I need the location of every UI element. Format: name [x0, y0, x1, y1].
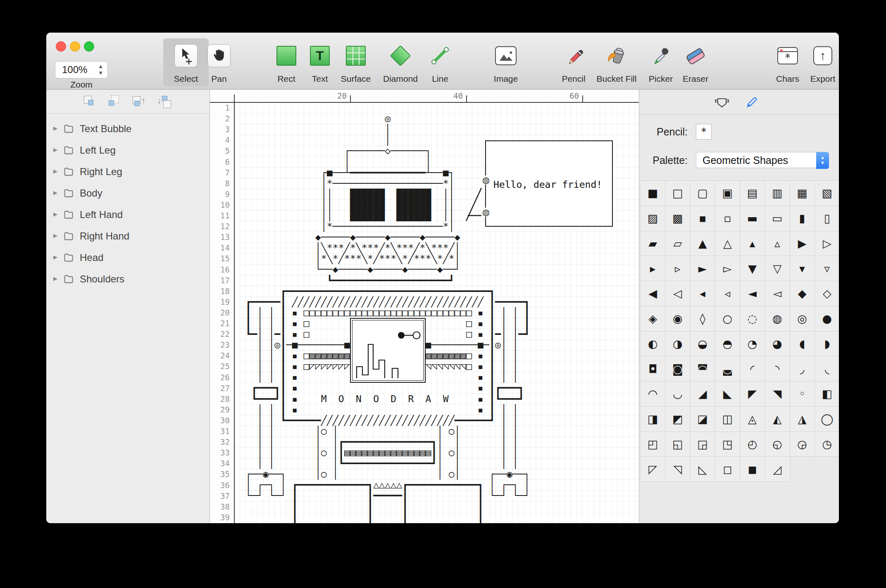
palette-glyph[interactable]: ◜: [740, 356, 765, 382]
palette-glyph[interactable]: □: [665, 181, 690, 206]
palette-glyph[interactable]: ◄: [740, 281, 765, 306]
palette-glyph[interactable]: ▲: [691, 231, 715, 256]
palette-glyph[interactable]: ▵: [765, 231, 790, 256]
palette-glyph[interactable]: ◂: [691, 281, 715, 306]
palette-glyph[interactable]: ◌: [740, 306, 765, 332]
palette-glyph[interactable]: ◻: [715, 457, 740, 482]
tool-export[interactable]: ↑Export: [800, 38, 839, 86]
palette-glyph[interactable]: ◖: [790, 332, 815, 357]
waveform-panel[interactable]: [350, 318, 426, 383]
palette-glyph[interactable]: ◳: [715, 432, 740, 457]
palette-glyph[interactable]: ◗: [815, 332, 839, 357]
disclosure-triangle-icon[interactable]: ▶: [53, 190, 57, 196]
palette-glyph[interactable]: ▴: [740, 231, 765, 256]
palette-glyph[interactable]: ▶: [790, 231, 815, 256]
palette-glyph[interactable]: ▼: [740, 256, 765, 281]
palette-glyph[interactable]: ◕: [765, 332, 790, 357]
duplicate-selection-icon[interactable]: [107, 95, 122, 109]
tab-pencil-properties[interactable]: [746, 96, 758, 108]
palette-glyph[interactable]: ▽: [765, 256, 790, 281]
palette-glyph[interactable]: ▩: [665, 206, 690, 231]
zoom-stepper-icon[interactable]: ▲▼: [98, 63, 103, 76]
tool-eraser[interactable]: Eraser: [673, 38, 718, 86]
palette-dropdown[interactable]: Geometric Shapes ▲▼: [696, 152, 829, 168]
sidebar-item-head[interactable]: ▶ Head: [46, 247, 210, 269]
palette-glyph[interactable]: ▧: [815, 181, 839, 206]
palette-glyph[interactable]: △: [715, 231, 740, 256]
palette-glyph[interactable]: ◼: [740, 457, 765, 482]
disclosure-triangle-icon[interactable]: ▶: [53, 211, 57, 217]
palette-glyph[interactable]: ▪: [691, 206, 715, 231]
palette-glyph[interactable]: ◊: [691, 306, 715, 332]
tool-pan[interactable]: Pan: [196, 38, 242, 86]
palette-glyph[interactable]: ▾: [790, 256, 815, 281]
palette-glyph[interactable]: ▭: [765, 206, 790, 231]
palette-glyph[interactable]: ◟: [815, 356, 839, 382]
palette-glyph[interactable]: ◣: [715, 382, 740, 407]
palette-glyph[interactable]: ▻: [715, 256, 740, 281]
tab-shape-properties[interactable]: [715, 96, 729, 109]
palette-glyph[interactable]: ◧: [815, 382, 839, 407]
bring-forward-icon[interactable]: ↑: [132, 95, 147, 109]
palette-glyph[interactable]: ◓: [715, 332, 740, 357]
palette-glyph[interactable]: ◱: [665, 432, 690, 457]
close-button[interactable]: [56, 41, 66, 52]
palette-glyph[interactable]: ◺: [691, 457, 715, 482]
minimize-button[interactable]: [70, 41, 80, 52]
tool-bucket-fill[interactable]: Bucket Fill: [594, 38, 639, 86]
drawing-canvas[interactable]: 204060 123456789101112131415161718192021…: [210, 90, 639, 523]
palette-glyph[interactable]: ◵: [765, 432, 790, 457]
palette-glyph[interactable]: ◙: [665, 356, 690, 382]
palette-glyph[interactable]: ◯: [815, 407, 839, 432]
palette-glyph[interactable]: ◚: [691, 356, 715, 382]
tool-line[interactable]: Line: [417, 38, 463, 86]
palette-glyph[interactable]: ▬: [740, 206, 765, 231]
disclosure-triangle-icon[interactable]: ▶: [53, 275, 57, 282]
palette-glyph[interactable]: ▫: [715, 206, 740, 231]
palette-glyph[interactable]: ▱: [665, 231, 690, 256]
palette-glyph[interactable]: ◇: [815, 281, 839, 306]
palette-glyph[interactable]: ◝: [765, 356, 790, 382]
zoom-control[interactable]: 100% ▲▼: [55, 61, 108, 78]
send-backward-icon[interactable]: ↓: [157, 95, 171, 109]
palette-glyph[interactable]: ◸: [641, 457, 665, 482]
palette-glyph[interactable]: ◃: [715, 281, 740, 306]
disclosure-triangle-icon[interactable]: ▶: [53, 254, 57, 260]
sidebar-item-right-hand[interactable]: ▶ Right Hand: [46, 226, 210, 247]
palette-glyph[interactable]: ◭: [765, 407, 790, 432]
palette-glyph[interactable]: ◷: [815, 432, 839, 457]
palette-glyph[interactable]: ◛: [715, 356, 740, 382]
disclosure-triangle-icon[interactable]: ▶: [53, 168, 57, 174]
palette-glyph[interactable]: ▸: [641, 256, 665, 281]
palette-glyph[interactable]: ◦: [790, 382, 815, 407]
palette-glyph[interactable]: ▨: [641, 206, 665, 231]
line-endpoint-icon[interactable]: ◍: [481, 208, 491, 217]
palette-glyph[interactable]: ●: [815, 306, 839, 332]
palette-glyph[interactable]: ◈: [641, 306, 665, 332]
palette-glyph[interactable]: ◥: [765, 382, 790, 407]
palette-glyph[interactable]: ○: [715, 306, 740, 332]
palette-glyph[interactable]: ◎: [790, 306, 815, 332]
palette-glyph[interactable]: ◤: [740, 382, 765, 407]
palette-glyph[interactable]: ◮: [790, 407, 815, 432]
palette-glyph[interactable]: ◁: [665, 281, 690, 306]
palette-glyph[interactable]: ◫: [715, 407, 740, 432]
tool-image[interactable]: Image: [483, 38, 529, 86]
palette-glyph[interactable]: ◹: [665, 457, 690, 482]
zoom-window-button[interactable]: [84, 41, 94, 52]
palette-glyph[interactable]: ◡: [665, 382, 690, 407]
palette-glyph[interactable]: ◨: [641, 407, 665, 432]
palette-glyph[interactable]: ▹: [665, 256, 690, 281]
palette-glyph[interactable]: ▯: [815, 206, 839, 231]
palette-glyph[interactable]: ◴: [740, 432, 765, 457]
palette-glyph[interactable]: ◑: [665, 332, 690, 357]
palette-glyph[interactable]: ▿: [815, 256, 839, 281]
pencil-character-swatch[interactable]: *: [696, 124, 712, 140]
sidebar-item-right-leg[interactable]: ▶ Right Leg: [46, 161, 210, 183]
palette-glyph[interactable]: ◔: [740, 332, 765, 357]
disclosure-triangle-icon[interactable]: ▶: [53, 125, 57, 131]
palette-glyph[interactable]: ▰: [641, 231, 665, 256]
palette-glyph[interactable]: ◒: [691, 332, 715, 357]
palette-glyph[interactable]: ◆: [790, 281, 815, 306]
palette-glyph[interactable]: ◢: [691, 382, 715, 407]
